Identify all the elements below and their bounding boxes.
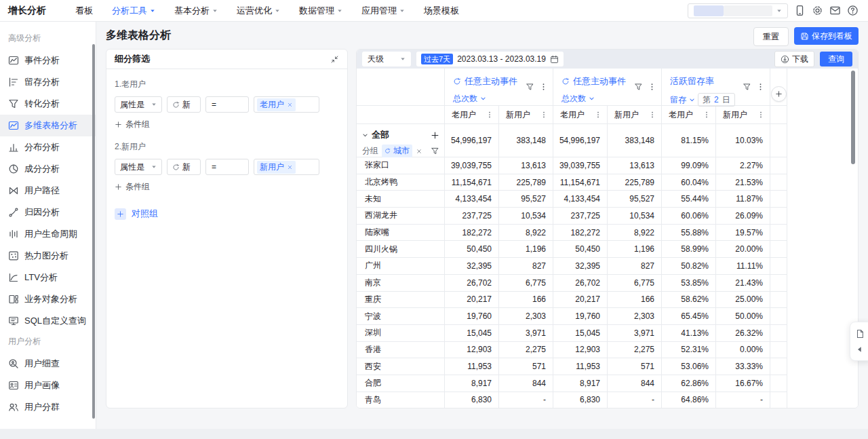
cell-value: 6,775	[608, 275, 662, 292]
nav-item-基本分析[interactable]: 基本分析	[174, 5, 218, 17]
cell-value: 4,133,454	[445, 191, 499, 208]
sidebar-item-LTV分析[interactable]: LTV分析	[0, 267, 96, 288]
kebab-menu-icon[interactable]	[539, 83, 548, 92]
document-icon[interactable]	[855, 329, 865, 339]
plus-icon	[115, 208, 126, 220]
download-icon	[781, 55, 789, 64]
sidebar-item-SQL自定义查询[interactable]: SQL自定义查询	[0, 310, 96, 332]
date-range-picker[interactable]: 过去7天 2023.03.13 - 2023.03.19	[416, 52, 564, 66]
cell-value: 6,775	[499, 275, 553, 292]
operator-select[interactable]: =	[205, 159, 249, 175]
nav-item-看板[interactable]: 看板	[75, 5, 93, 17]
row-label: 合肥	[357, 375, 445, 392]
sidebar-item-业务对象分析[interactable]: 业务对象分析	[0, 288, 96, 310]
property-select[interactable]: 属性是	[115, 96, 162, 113]
sidebar-item-归因分析[interactable]: 归因分析	[0, 202, 96, 223]
field-select[interactable]: 新	[167, 159, 201, 175]
cell-value: 11,953	[553, 358, 608, 375]
nav-item-场景模板[interactable]: 场景模板	[424, 5, 459, 17]
operator-select[interactable]: =	[205, 96, 249, 113]
group-title-text: 活跃留存率	[670, 75, 714, 88]
granularity-select[interactable]: 天级	[362, 52, 411, 66]
sub-header-新用户: 新用户	[499, 106, 553, 124]
sidebar-item-留存分析[interactable]: 留存分析	[0, 71, 96, 93]
mail-icon[interactable]	[829, 5, 841, 16]
query-button[interactable]: 查询	[820, 52, 852, 66]
close-icon[interactable]	[287, 102, 293, 108]
sidebar-item-热力图分析[interactable]: 热力图分析	[0, 245, 96, 267]
field-select[interactable]: 新	[167, 96, 201, 113]
close-icon[interactable]	[416, 148, 422, 155]
chevron-down-icon[interactable]	[362, 132, 368, 138]
nav-item-运营优化[interactable]: 运营优化	[237, 5, 280, 17]
kebab-menu-icon[interactable]	[648, 111, 656, 119]
filter-funnel-icon[interactable]	[431, 147, 439, 155]
property-select[interactable]: 属性是	[115, 159, 162, 175]
table-scrollbar[interactable]	[851, 71, 855, 164]
column-group-2[interactable]: 活跃留存率留存第2日	[662, 69, 770, 106]
nav-item-label: 应用管理	[361, 5, 397, 17]
sidebar-item-用户细查[interactable]: 用户细查	[0, 353, 96, 375]
sidebar-item-label: 成分分析	[24, 163, 60, 175]
plus-icon	[115, 121, 122, 128]
nav-item-应用管理[interactable]: 应用管理	[361, 5, 405, 17]
collapse-left-icon[interactable]	[855, 345, 865, 354]
sidebar-item-成分分析[interactable]: 成分分析	[0, 158, 96, 180]
add-condition-group[interactable]: 条件组	[115, 181, 339, 193]
filter-funnel-icon[interactable]	[526, 83, 534, 92]
add-compare-group[interactable]: 对照组	[115, 208, 339, 220]
mobile-icon[interactable]	[794, 5, 806, 16]
group-metric[interactable]: 总次数	[561, 93, 656, 104]
table-row: 张家口39,039,75513,61339,039,75513,61399.09…	[357, 157, 858, 174]
kebab-menu-icon[interactable]	[486, 111, 494, 119]
nav-right-controls	[688, 3, 868, 18]
value-input[interactable]: 老用户	[254, 96, 319, 113]
sidebar-scrollbar[interactable]	[92, 44, 95, 419]
column-group-1[interactable]: 任意主动事件总次数	[553, 69, 662, 106]
column-group-0[interactable]: 任意主动事件总次数	[445, 69, 553, 106]
gear-icon[interactable]	[812, 5, 823, 16]
value-input[interactable]: 新用户	[254, 159, 319, 175]
row-plus-spacer	[770, 342, 787, 359]
workspace-select[interactable]	[688, 3, 788, 18]
cell-value: 10,534	[499, 208, 553, 225]
group-metric[interactable]: 留存第2日	[670, 93, 764, 107]
grouping-tag[interactable]: 城市	[382, 145, 412, 157]
save-icon	[800, 32, 809, 41]
sidebar-item-用户路径[interactable]: 用户路径	[0, 180, 96, 202]
collapse-panel-icon[interactable]	[330, 55, 339, 64]
sidebar-item-分布分析[interactable]: 分布分析	[0, 136, 96, 158]
retention-day-box[interactable]: 第2日	[698, 93, 735, 107]
filter-funnel-icon[interactable]	[634, 83, 643, 92]
sidebar-item-事件分析[interactable]: 事件分析	[0, 50, 96, 71]
sidebar-item-多维表格分析[interactable]: 多维表格分析	[0, 115, 96, 136]
add-condition-label: 条件组	[125, 119, 150, 130]
kebab-menu-icon[interactable]	[540, 111, 548, 119]
sidebar-item-用户画像[interactable]: 用户画像	[0, 375, 96, 396]
download-button[interactable]: 下载	[774, 51, 814, 67]
close-icon[interactable]	[287, 164, 293, 170]
sidebar-item-用户分群[interactable]: 用户分群	[0, 396, 96, 418]
cell-value: 26,702	[553, 275, 608, 292]
group-metric[interactable]: 总次数	[453, 93, 547, 104]
cell-value: 60.06%	[662, 208, 716, 225]
nav-item-数据管理[interactable]: 数据管理	[299, 5, 342, 17]
kebab-menu-icon[interactable]	[648, 83, 656, 92]
reset-button[interactable]: 重置	[753, 27, 789, 46]
help-icon[interactable]	[847, 5, 859, 16]
sidebar-item-用户生命周期[interactable]: 用户生命周期	[0, 223, 96, 245]
save-to-dashboard-button[interactable]: 保存到看板	[794, 27, 859, 45]
kebab-menu-icon[interactable]	[757, 111, 765, 119]
add-condition-group[interactable]: 条件组	[115, 119, 339, 130]
refresh-icon	[172, 164, 180, 171]
kebab-menu-icon[interactable]	[756, 83, 765, 92]
add-group-icon[interactable]	[431, 131, 439, 140]
nav-item-分析工具[interactable]: 分析工具	[112, 5, 155, 17]
add-column-button[interactable]	[771, 86, 787, 102]
group-header-spacer	[357, 69, 445, 106]
sidebar-item-转化分析[interactable]: 转化分析	[0, 93, 96, 115]
kebab-menu-icon[interactable]	[703, 111, 711, 119]
kebab-menu-icon[interactable]	[594, 111, 602, 119]
row-label: 西安	[357, 358, 445, 375]
filter-funnel-icon[interactable]	[743, 83, 751, 92]
